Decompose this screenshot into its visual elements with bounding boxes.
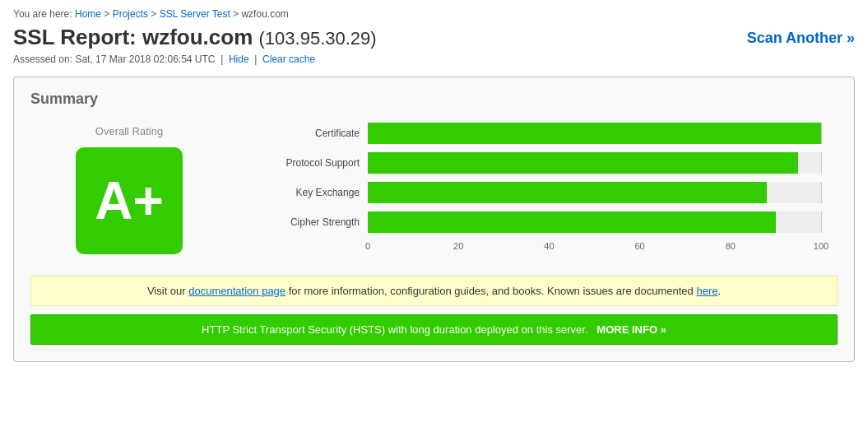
info-banner: Visit our documentation page for more in… xyxy=(30,276,838,306)
axis-tick: 80 xyxy=(726,241,736,251)
hsts-banner: HTTP Strict Transport Security (HSTS) wi… xyxy=(30,314,838,345)
chart-row: Protocol Support xyxy=(261,152,821,174)
info-text-middle: for more information, configuration guid… xyxy=(285,285,696,297)
overall-rating-label: Overall Rating xyxy=(95,125,163,137)
report-subtitle: (103.95.30.29) xyxy=(259,28,377,49)
assessed-label: Assessed on: xyxy=(13,53,72,65)
assessed-line: Assessed on: Sat, 17 Mar 2018 02:06:54 U… xyxy=(13,53,855,65)
axis-tick: 20 xyxy=(453,241,463,251)
known-issues-link[interactable]: here xyxy=(696,285,717,297)
chart-row: Cipher Strength xyxy=(261,211,821,233)
breadcrumb-prefix: You are here: xyxy=(13,8,72,20)
breadcrumb-ssl-server-test[interactable]: SSL Server Test xyxy=(160,8,230,20)
assessed-date: Sat, 17 Mar 2018 02:06:54 UTC xyxy=(75,53,215,65)
info-text-before: Visit our xyxy=(147,285,188,297)
chart-bar-label: Protocol Support xyxy=(261,157,360,169)
axis-tick: 60 xyxy=(634,241,644,251)
axis-labels: 020406080100 xyxy=(368,241,821,256)
breadcrumb-home[interactable]: Home xyxy=(75,8,101,20)
chart-section: CertificateProtocol SupportKey ExchangeC… xyxy=(261,123,821,256)
clear-cache-link[interactable]: Clear cache xyxy=(262,53,315,65)
chart-bar-label: Key Exchange xyxy=(261,187,360,198)
bar-fill xyxy=(368,182,767,203)
bar-fill xyxy=(368,152,798,174)
chart-row: Key Exchange xyxy=(261,182,821,203)
axis-tick: 100 xyxy=(814,241,829,251)
breadcrumb: You are here: Home > Projects > SSL Serv… xyxy=(13,8,855,20)
page-title: SSL Report: wzfou.com (103.95.30.29) xyxy=(13,25,377,50)
title-group: SSL Report: wzfou.com (103.95.30.29) xyxy=(13,25,377,50)
bar-track xyxy=(368,152,821,174)
bar-track xyxy=(368,123,821,144)
bar-fill xyxy=(368,123,821,144)
bar-track xyxy=(368,211,821,233)
axis-tick: 0 xyxy=(365,241,370,251)
breadcrumb-projects[interactable]: Projects xyxy=(113,8,148,20)
page-header: SSL Report: wzfou.com (103.95.30.29) Sca… xyxy=(13,25,855,50)
bar-fill xyxy=(368,211,776,233)
scan-another-link[interactable]: Scan Another » xyxy=(747,25,855,47)
chart-axis: 020406080100 xyxy=(368,241,821,256)
bar-track xyxy=(368,182,821,203)
grade-badge: A+ xyxy=(76,147,183,254)
overall-rating-section: Overall Rating A+ xyxy=(47,125,211,254)
info-text-after: . xyxy=(717,285,721,297)
hsts-text: HTTP Strict Transport Security (HSTS) wi… xyxy=(202,323,587,336)
rating-area: Overall Rating A+ CertificateProtocol Su… xyxy=(30,123,838,256)
chart-container: CertificateProtocol SupportKey ExchangeC… xyxy=(261,123,821,233)
summary-box: Summary Overall Rating A+ CertificatePro… xyxy=(13,77,855,362)
hsts-more-info-link[interactable]: MORE INFO » xyxy=(596,323,666,336)
chart-row: Certificate xyxy=(261,123,821,144)
axis-tick: 40 xyxy=(544,241,554,251)
breadcrumb-domain: wzfou.com xyxy=(241,8,288,20)
grade-text: A+ xyxy=(95,174,164,227)
chart-bar-label: Cipher Strength xyxy=(261,216,360,228)
chart-bar-label: Certificate xyxy=(261,128,360,139)
documentation-link[interactable]: documentation page xyxy=(188,285,285,297)
hide-link[interactable]: Hide xyxy=(229,53,249,65)
summary-title: Summary xyxy=(30,91,838,108)
